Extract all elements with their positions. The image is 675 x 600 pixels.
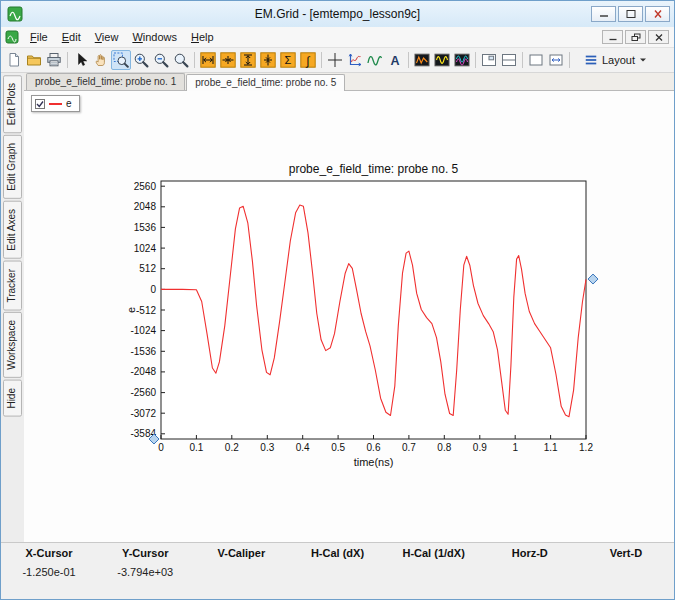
plot-dark-multi-icon bbox=[454, 52, 470, 68]
curve-button[interactable] bbox=[365, 50, 385, 70]
svg-text:-2560: -2560 bbox=[130, 387, 156, 398]
new-file-icon bbox=[6, 52, 22, 68]
text-label-button[interactable]: A bbox=[385, 50, 405, 70]
expand-h-icon bbox=[200, 52, 216, 68]
pan-icon bbox=[93, 52, 109, 68]
status-value-2: -3.794e+03 bbox=[97, 566, 193, 578]
menubar: FileEditViewWindowsHelp bbox=[1, 27, 674, 48]
menu-view[interactable]: View bbox=[88, 28, 126, 46]
sidebar: Edit PlotsEdit GraphEdit AxesTrackerWork… bbox=[1, 73, 24, 542]
zoom-out-icon bbox=[153, 52, 169, 68]
tile-fit-button[interactable] bbox=[546, 50, 566, 70]
svg-text:0.2: 0.2 bbox=[225, 442, 239, 453]
sidebar-tab-workspace[interactable]: Workspace bbox=[3, 312, 22, 378]
tile-single-button[interactable] bbox=[526, 50, 546, 70]
zoom-out-button[interactable] bbox=[151, 50, 171, 70]
menu-windows[interactable]: Windows bbox=[125, 28, 184, 46]
document-tabs: probe_e_field_time: probe no. 1probe_e_f… bbox=[24, 73, 674, 91]
tile-fit-icon bbox=[548, 52, 564, 68]
window-controls bbox=[591, 6, 670, 22]
plot-dark-multi-button[interactable] bbox=[452, 50, 472, 70]
new-file-button[interactable] bbox=[4, 50, 24, 70]
minimize-button[interactable] bbox=[591, 6, 616, 22]
tile-single-icon bbox=[528, 52, 544, 68]
plot-area[interactable] bbox=[161, 181, 586, 439]
mdi-window-controls bbox=[602, 30, 669, 44]
sidebar-tab-edit-graph[interactable]: Edit Graph bbox=[3, 135, 22, 199]
svg-text:0.1: 0.1 bbox=[189, 442, 203, 453]
y-axis-label: e bbox=[125, 307, 137, 313]
toolbar-separator bbox=[408, 52, 409, 68]
status-label-1: X-Cursor bbox=[1, 547, 97, 559]
zoom-in-button[interactable] bbox=[131, 50, 151, 70]
svg-text:-3072: -3072 bbox=[130, 408, 156, 419]
menu-edit[interactable]: Edit bbox=[55, 28, 88, 46]
integrate-icon: ∫ bbox=[300, 52, 316, 68]
curve-icon bbox=[367, 52, 383, 68]
svg-text:1.2: 1.2 bbox=[579, 442, 593, 453]
integrate-button[interactable]: ∫ bbox=[298, 50, 318, 70]
legend[interactable]: e bbox=[31, 95, 80, 112]
expand-v-button[interactable] bbox=[238, 50, 258, 70]
mdi-minimize-button[interactable] bbox=[602, 30, 623, 44]
expand-h-button[interactable] bbox=[198, 50, 218, 70]
status-label-6: Horz-D bbox=[482, 547, 578, 559]
shrink-v-button[interactable] bbox=[258, 50, 278, 70]
zoom-window-button[interactable] bbox=[111, 50, 131, 70]
svg-text:0.3: 0.3 bbox=[260, 442, 274, 453]
doc-tab-1[interactable]: probe_e_field_time: probe no. 1 bbox=[26, 73, 185, 90]
mdi-restore-icon bbox=[630, 33, 642, 42]
print-icon bbox=[46, 52, 62, 68]
toolbar-separator bbox=[569, 52, 570, 68]
menu-help[interactable]: Help bbox=[184, 28, 221, 46]
layout-menu-button[interactable]: Layout bbox=[577, 50, 654, 70]
svg-text:1024: 1024 bbox=[134, 243, 157, 254]
open-folder-button[interactable] bbox=[24, 50, 44, 70]
status-label-2: Y-Cursor bbox=[97, 547, 193, 559]
sidebar-tab-edit-plots[interactable]: Edit Plots bbox=[3, 75, 22, 133]
crosshair-button[interactable] bbox=[325, 50, 345, 70]
expand-v-icon bbox=[240, 52, 256, 68]
sum-button[interactable]: Σ bbox=[278, 50, 298, 70]
status-values-row: -1.250e-01-3.794e+03 bbox=[1, 566, 674, 578]
svg-text:0.7: 0.7 bbox=[402, 442, 416, 453]
close-icon bbox=[651, 9, 665, 19]
zoom-in-icon bbox=[133, 52, 149, 68]
close-button[interactable] bbox=[645, 6, 670, 22]
window-title: EM.Grid - [emtempo_lesson9c] bbox=[1, 7, 674, 21]
layout-lines-icon bbox=[584, 53, 598, 67]
svg-text:0.8: 0.8 bbox=[437, 442, 451, 453]
status-label-5: H-Cal (1/dX) bbox=[386, 547, 482, 559]
plot-dark-orange-button[interactable] bbox=[412, 50, 432, 70]
sidebar-tab-hide[interactable]: Hide bbox=[3, 380, 22, 417]
minimize-icon bbox=[597, 9, 611, 19]
svg-text:-512: -512 bbox=[136, 305, 156, 316]
sidebar-tab-edit-axes[interactable]: Edit Axes bbox=[3, 201, 22, 259]
pan-button[interactable] bbox=[91, 50, 111, 70]
axes-button[interactable] bbox=[345, 50, 365, 70]
svg-text:0.6: 0.6 bbox=[367, 442, 381, 453]
mdi-minimize-icon bbox=[607, 33, 619, 42]
menu-file[interactable]: File bbox=[23, 28, 55, 46]
plot-canvas[interactable]: e probe_e_field_time: probe no. 500.10.2… bbox=[24, 91, 674, 542]
tile-split-button[interactable] bbox=[499, 50, 519, 70]
shrink-h-button[interactable] bbox=[218, 50, 238, 70]
legend-checkbox[interactable] bbox=[35, 99, 45, 109]
document-icon bbox=[5, 30, 19, 44]
toolbar-separator bbox=[194, 52, 195, 68]
doc-tab-2[interactable]: probe_e_field_time: probe no. 5 bbox=[186, 74, 345, 91]
sidebar-tab-tracker[interactable]: Tracker bbox=[3, 261, 22, 311]
zoom-reset-button[interactable] bbox=[171, 50, 191, 70]
plot-dark-yellow-button[interactable] bbox=[432, 50, 452, 70]
legend-series-label: e bbox=[66, 98, 72, 109]
tile-overlay-button[interactable] bbox=[479, 50, 499, 70]
cursor-marker-2[interactable] bbox=[588, 274, 598, 284]
titlebar[interactable]: EM.Grid - [emtempo_lesson9c] bbox=[1, 1, 674, 27]
pointer-button[interactable] bbox=[71, 50, 91, 70]
maximize-button[interactable] bbox=[618, 6, 643, 22]
mdi-restore-button[interactable] bbox=[625, 30, 646, 44]
status-value-3 bbox=[193, 566, 289, 578]
print-button[interactable] bbox=[44, 50, 64, 70]
mdi-close-button[interactable] bbox=[648, 30, 669, 44]
toolbar-separator bbox=[67, 52, 68, 68]
